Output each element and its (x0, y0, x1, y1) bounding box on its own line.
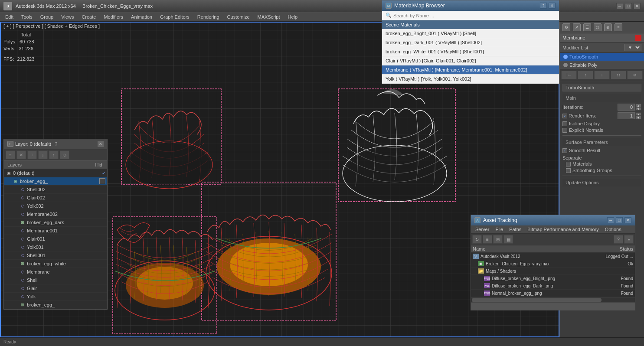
at-menu-paths[interactable]: Paths (507, 226, 524, 232)
restore-button[interactable]: □ (625, 3, 632, 9)
mat-item[interactable]: broken_egg_Bright_001 ( VRayMtl ) [Shell… (382, 29, 559, 38)
mod-tb-pin-button[interactable]: |← (561, 71, 577, 79)
layer-item[interactable]: ⬡ Glair001 (4, 235, 107, 243)
layer-item[interactable]: ⬡ Glair002 (4, 194, 107, 202)
menu-item-animation[interactable]: Animation (127, 13, 156, 20)
materials-checkbox[interactable] (566, 162, 571, 166)
layer-help-btn[interactable]: ? (55, 141, 57, 147)
layer-item[interactable]: ⬡ Shell (4, 276, 107, 284)
layer-item[interactable]: ⬡ Shell001 (4, 251, 107, 260)
render-iters-up-button[interactable]: ▲ (635, 112, 641, 116)
render-iters-checkbox[interactable] (562, 114, 567, 118)
iterations-input[interactable] (618, 104, 635, 111)
layer-item[interactable]: ⬡ Yolk002 (4, 202, 107, 210)
explicit-normals-checkbox[interactable] (562, 128, 567, 133)
layer-tool-settings-button[interactable]: ≡ (6, 150, 15, 159)
at-scrollbar-thumb[interactable] (472, 298, 602, 302)
minimize-button[interactable]: ─ (616, 3, 623, 9)
layer-item[interactable]: ⬡ Glair (4, 284, 107, 293)
menu-item-maxscript[interactable]: MAXScript (254, 13, 284, 20)
menu-item-views[interactable]: Views (58, 13, 77, 20)
menu-item-customize[interactable]: Customize (224, 13, 253, 20)
menu-item-help[interactable]: Help (284, 13, 301, 20)
layer-tool-delete-button[interactable]: ✕ (16, 150, 26, 159)
layer-item[interactable]: ▣ 0 (default) ✓ (4, 169, 107, 177)
mat-item[interactable]: Glair ( VRayMtl ) [Glair, Glair001, Glai… (382, 56, 559, 65)
at-list-button[interactable]: ≡ (483, 235, 492, 244)
mod-tb-down-button[interactable]: ↓ (594, 71, 610, 79)
mod-tb-delete-button[interactable]: ⊗ (627, 71, 643, 79)
menu-item-graph-editors[interactable]: Graph Editors (157, 13, 193, 20)
layer-item[interactable]: ⬡ Shell002 (4, 186, 107, 194)
close-button[interactable]: ✕ (634, 3, 641, 9)
at-scrollbar[interactable] (471, 297, 635, 302)
at-row[interactable]: PNG Diffuse_broken_egg_Bright_.png Found (471, 275, 635, 282)
at-row[interactable]: V Autodesk Vault 2012 Logged Out ... (471, 253, 635, 260)
at-grid-button[interactable]: ⊞ (493, 235, 503, 244)
modifier-editable-poly[interactable]: Editable Poly (560, 61, 644, 69)
iterations-down-button[interactable]: ▼ (635, 107, 641, 111)
at-row[interactable]: 📁 Maps / Shaders (471, 268, 635, 275)
at-menu-server[interactable]: Server (473, 226, 492, 232)
layer-tool-move-up-button[interactable]: ↓ (38, 150, 48, 159)
layer-item[interactable]: ⬡ Yolk (4, 293, 107, 301)
menu-item-edit[interactable]: Edit (2, 13, 17, 20)
layer-item[interactable]: ⬡ Yolk001 (4, 243, 107, 251)
layer-tool-move-down-button[interactable]: ↑ (49, 150, 59, 159)
mat-item[interactable]: broken_egg_Dark_001 ( VRayMtl ) [Shell00… (382, 38, 559, 47)
mod-tb-up-button[interactable]: ↑ (578, 71, 593, 79)
at-row[interactable]: PNG Normal_broken_egg_.png Found (471, 290, 635, 297)
mod-tb-top-button[interactable]: ↑↑ (611, 71, 626, 79)
at-close-button[interactable]: ✕ (624, 217, 631, 223)
at-help-button[interactable]: ? (614, 235, 623, 244)
mat-browser-help-button[interactable]: ? (540, 3, 547, 9)
at-row[interactable]: PNG Diffuse_broken_egg_Dark_.png Found (471, 282, 635, 290)
rp-icon-1[interactable]: ⚙ (562, 23, 570, 31)
menu-item-rendering[interactable]: Rendering (194, 13, 223, 20)
render-iters-down-button[interactable]: ▼ (635, 116, 641, 119)
object-color-box[interactable] (635, 35, 641, 41)
at-menu-file[interactable]: File (493, 226, 506, 232)
render-iters-label: Render Iters: (569, 113, 596, 118)
layer-tool-diamond-button[interactable]: ◇ (60, 150, 69, 159)
layer-item[interactable]: ⬡ Membrane001 (4, 227, 107, 235)
rp-icon-6[interactable]: ≡ (615, 23, 622, 31)
status-text: Ready (3, 339, 16, 344)
rp-icon-3[interactable]: ☰ (583, 23, 591, 31)
layer-item[interactable]: ⊞ broken_egg_white (4, 260, 107, 268)
isoline-checkbox[interactable] (562, 121, 567, 126)
rp-icon-2[interactable]: ↗ (573, 23, 581, 31)
render-iters-input[interactable] (618, 112, 635, 119)
menu-item-create[interactable]: Create (78, 13, 99, 20)
rp-icon-5[interactable]: ⊕ (604, 23, 612, 31)
layer-item[interactable]: ⬡ Membrane (4, 268, 107, 276)
layer-panel-close-button[interactable]: ✕ (98, 141, 104, 147)
modifier-list-dropdown[interactable]: ▼ (624, 44, 641, 51)
iterations-up-button[interactable]: ▲ (635, 104, 641, 107)
at-row[interactable]: ▣ Broken_Chicken_Eggs_vray.max Ok (471, 260, 635, 268)
mat-item[interactable]: Yolk ( VRayMtl ) [Yolk, Yolk001, Yolk002… (382, 75, 559, 84)
mat-search-input[interactable] (393, 13, 556, 18)
at-table-button[interactable]: ▦ (503, 235, 513, 244)
at-menu-bitmap[interactable]: Bitmap Performance and Memory (525, 226, 601, 232)
modifier-turbosmooth[interactable]: TurboSmooth (560, 53, 644, 61)
at-refresh-button[interactable]: ↻ (472, 235, 482, 244)
rp-icon-4[interactable]: ◎ (594, 23, 602, 31)
layer-item[interactable]: ⊞ broken_egg_dark (4, 219, 107, 227)
mat-browser-close-button[interactable]: ✕ (549, 3, 556, 9)
mat-item[interactable]: broken_egg_White_001 ( VRayMtl ) [Shell0… (382, 47, 559, 56)
menu-item-group[interactable]: Group (37, 13, 57, 20)
layer-item[interactable]: ⬡ Membrane002 (4, 210, 107, 219)
layer-item[interactable]: ⊞ broken_egg_ (4, 301, 107, 309)
mat-item-membrane[interactable]: Membrane ( VRayMtl ) [Membrane, Membrane… (382, 65, 559, 75)
smoothing-groups-checkbox[interactable] (566, 168, 571, 173)
at-menu-options[interactable]: Options (602, 226, 624, 232)
layer-tool-add-button[interactable]: + (27, 150, 37, 159)
at-min-button[interactable]: ─ (607, 217, 614, 223)
menu-item-tools[interactable]: Tools (18, 13, 36, 20)
layer-item[interactable]: ⊞ broken_egg_ (4, 177, 107, 186)
smooth-result-checkbox[interactable] (562, 148, 567, 153)
menu-item-modifiers[interactable]: Modifiers (100, 13, 127, 20)
at-restore-button[interactable]: □ (616, 217, 623, 223)
at-more-button[interactable]: » (624, 235, 634, 244)
